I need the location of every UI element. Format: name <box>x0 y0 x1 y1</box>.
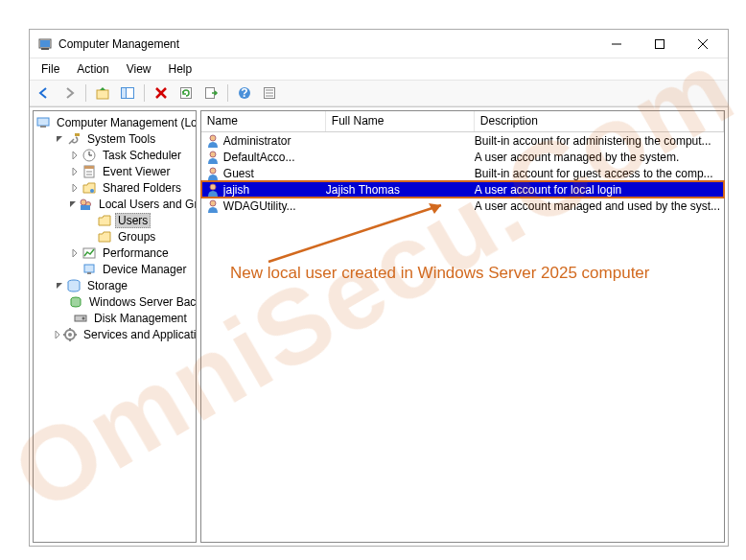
tools-icon <box>66 131 82 147</box>
svg-rect-33 <box>81 205 90 210</box>
tree-item-label: Storage <box>84 279 130 292</box>
tree-item-label: Performance <box>100 246 172 260</box>
menu-file[interactable]: File <box>34 60 67 78</box>
user-row[interactable]: DefaultAcco...A user account managed by … <box>201 149 724 165</box>
tree-item-shared-folders[interactable]: Shared Folders <box>34 179 196 196</box>
tree-item-windows-server-backup[interactable]: Windows Server Backup <box>34 293 196 310</box>
cell-name: WDAGUtility... <box>223 199 326 213</box>
tree-item-system-tools[interactable]: System Tools <box>34 130 196 147</box>
user-icon <box>205 166 221 181</box>
show-hide-tree-button[interactable] <box>117 82 138 104</box>
services-icon <box>62 327 78 342</box>
folder-icon <box>97 213 112 228</box>
expand-toggle[interactable] <box>53 134 66 144</box>
properties-button[interactable] <box>259 82 280 104</box>
tree-item-groups[interactable]: Groups <box>34 228 196 245</box>
expand-toggle[interactable] <box>68 183 82 193</box>
tree-item-label: Device Manager <box>100 263 189 276</box>
expand-toggle[interactable] <box>68 151 82 160</box>
list-body[interactable]: AdministratorBuilt-in account for admini… <box>201 132 724 542</box>
tree-item-label: Shared Folders <box>100 181 184 195</box>
perf-icon <box>82 245 97 261</box>
svg-rect-21 <box>40 126 46 128</box>
clock-icon <box>82 148 97 163</box>
delete-button[interactable] <box>151 82 172 104</box>
tree-item-label: Task Scheduler <box>100 149 184 162</box>
tree-root[interactable]: Computer Management (Local) <box>34 114 196 130</box>
col-name[interactable]: Name <box>201 111 326 131</box>
expand-toggle[interactable] <box>68 248 82 258</box>
cell-name: DefaultAcco... <box>223 151 326 164</box>
close-button[interactable] <box>681 31 724 58</box>
user-row[interactable]: jajishJajish ThomasA user account for lo… <box>201 181 724 198</box>
col-fullname[interactable]: Full Name <box>326 111 475 131</box>
user-icon <box>205 198 221 214</box>
svg-point-48 <box>210 152 216 157</box>
tree-pane[interactable]: Computer Management (Local) System Tools… <box>33 110 197 543</box>
menu-action[interactable]: Action <box>69 60 116 78</box>
user-icon <box>205 150 221 165</box>
window-title: Computer Management <box>58 37 594 51</box>
title-bar: Computer Management <box>30 30 728 58</box>
users-group-icon <box>78 197 93 212</box>
tree-item-users[interactable]: Users <box>34 212 196 228</box>
cell-description: A user account managed by the system. <box>475 151 724 164</box>
svg-rect-27 <box>84 166 94 169</box>
tree-item-label: Services and Applications <box>81 328 197 341</box>
tree-item-disk-management[interactable]: Disk Management <box>34 310 196 326</box>
expand-toggle[interactable] <box>68 199 78 209</box>
window-controls <box>594 31 724 58</box>
storage-icon <box>66 278 82 293</box>
svg-rect-22 <box>75 133 80 136</box>
device-icon <box>82 262 97 277</box>
help-button[interactable]: ? <box>234 82 255 104</box>
tree-item-task-scheduler[interactable]: Task Scheduler <box>34 147 196 163</box>
tree-item-label: Groups <box>115 230 158 244</box>
user-icon <box>205 182 221 198</box>
list-pane: Name Full Name Description Administrator… <box>200 110 725 543</box>
svg-point-47 <box>210 135 216 141</box>
tree-item-storage[interactable]: Storage <box>34 277 196 293</box>
back-button[interactable] <box>34 82 55 104</box>
svg-text:?: ? <box>241 86 247 100</box>
tree-item-label: Users <box>115 213 151 228</box>
svg-rect-9 <box>122 88 127 99</box>
tree-item-local-users-and-groups[interactable]: Local Users and Groups <box>34 196 196 212</box>
cell-description: Built-in account for administering the c… <box>475 134 724 148</box>
event-icon <box>82 164 97 179</box>
user-row[interactable]: AdministratorBuilt-in account for admini… <box>201 132 724 149</box>
cell-name: jajish <box>223 183 326 197</box>
menu-view[interactable]: View <box>119 60 159 78</box>
toolbar: ? <box>30 80 728 106</box>
tree-item-device-manager[interactable]: Device Manager <box>34 261 196 277</box>
expand-toggle[interactable] <box>53 330 62 339</box>
tree-item-performance[interactable]: Performance <box>34 245 196 261</box>
cell-name: Administrator <box>223 134 326 148</box>
menu-help[interactable]: Help <box>161 60 200 78</box>
user-row[interactable]: WDAGUtility...A user account managed and… <box>201 198 724 214</box>
svg-point-49 <box>210 168 216 174</box>
tree-item-label: Local Users and Groups <box>96 198 197 211</box>
forward-button[interactable] <box>58 82 80 104</box>
col-description[interactable]: Description <box>475 111 724 131</box>
expand-toggle[interactable] <box>68 167 82 176</box>
folder-icon <box>97 229 112 245</box>
svg-point-40 <box>82 316 85 319</box>
refresh-button[interactable] <box>175 82 197 104</box>
svg-rect-4 <box>655 39 664 48</box>
expand-toggle[interactable] <box>53 281 66 291</box>
maximize-button[interactable] <box>638 31 681 58</box>
disk-icon <box>73 311 88 326</box>
up-button[interactable] <box>92 82 113 104</box>
tree-item-services-and-applications[interactable]: Services and Applications <box>34 326 196 342</box>
user-icon <box>205 133 221 149</box>
tree-root-label: Computer Management (Local) <box>54 116 197 129</box>
svg-rect-35 <box>84 265 94 272</box>
user-row[interactable]: GuestBuilt-in account for guest access t… <box>201 165 724 181</box>
window-frame: Computer Management File Action View Hel… <box>29 29 729 547</box>
backup-icon <box>68 294 83 310</box>
minimize-button[interactable] <box>594 31 638 58</box>
export-button[interactable] <box>200 82 221 104</box>
tree-item-event-viewer[interactable]: Event Viewer <box>34 163 196 179</box>
svg-rect-36 <box>87 272 91 274</box>
